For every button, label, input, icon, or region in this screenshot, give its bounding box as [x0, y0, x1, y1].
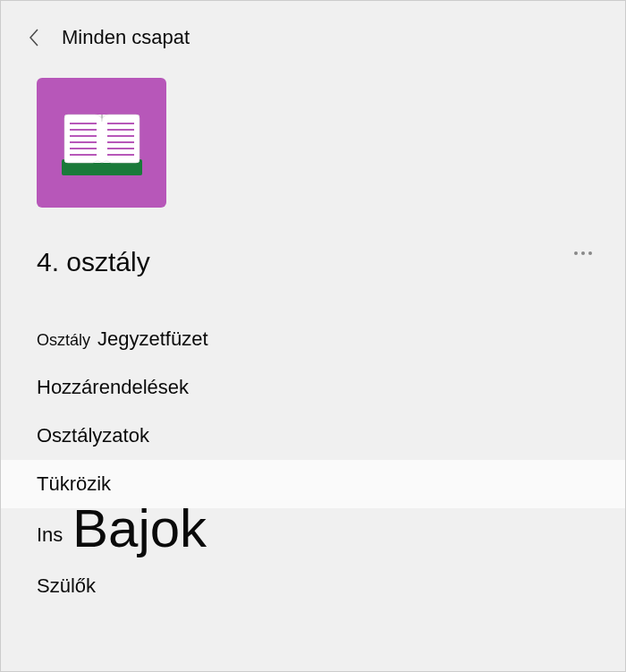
channel-label-prefix: Ins [37, 523, 63, 547]
chevron-left-icon [28, 28, 40, 47]
channel-label-prefix: Osztály [37, 331, 90, 350]
team-avatar-section [1, 49, 625, 208]
team-avatar[interactable] [37, 78, 166, 208]
more-horizontal-icon [573, 251, 593, 256]
channel-class-notebook[interactable]: Osztály Jegyzetfüzet [1, 315, 625, 363]
back-button[interactable] [28, 28, 40, 47]
svg-point-15 [581, 251, 585, 255]
team-name: 4. osztály [37, 247, 150, 277]
channel-assignments[interactable]: Hozzárendelések [1, 363, 625, 412]
book-icon [57, 107, 147, 179]
header-row: Minden csapat [1, 1, 625, 49]
channel-parents[interactable]: Szülők [1, 562, 625, 610]
header-title: Minden csapat [62, 26, 190, 49]
channel-list: Osztály Jegyzetfüzet Hozzárendelések Osz… [1, 277, 625, 610]
channel-grades[interactable]: Osztályzatok [1, 412, 625, 460]
more-options-button[interactable] [570, 247, 596, 259]
svg-point-16 [588, 251, 592, 255]
channel-label: Jegyzetfüzet [97, 327, 208, 351]
team-title-row: 4. osztály [1, 208, 625, 277]
channel-insights[interactable]: Ins Bajok [1, 508, 625, 562]
channel-reflect[interactable]: Tükrözik [1, 460, 625, 508]
svg-point-14 [574, 251, 578, 255]
